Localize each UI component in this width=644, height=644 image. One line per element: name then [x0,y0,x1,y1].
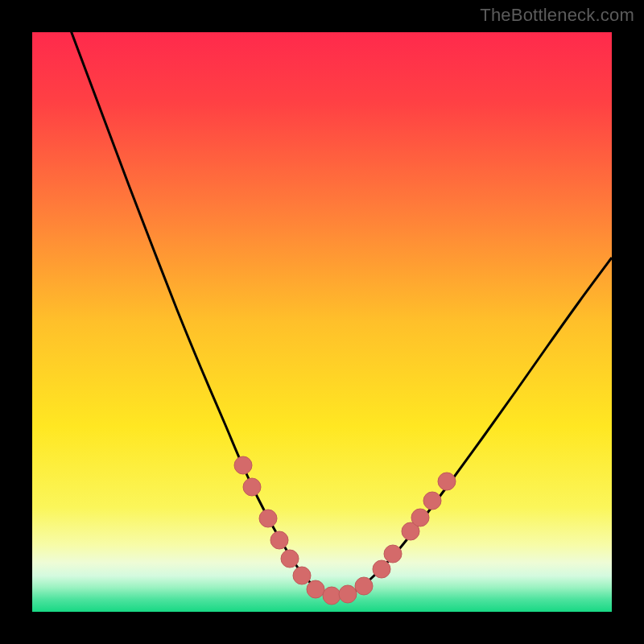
plot-area [32,32,612,612]
marker-point [384,545,402,563]
marker-point [243,478,261,496]
marker-point [281,550,299,568]
highlight-markers [234,456,456,605]
marker-point [293,567,311,584]
chart-frame: TheBottleneck.com [0,0,644,644]
marker-point [438,473,456,490]
marker-point [259,510,277,527]
marker-point [307,580,324,598]
marker-point [355,577,373,595]
marker-point [323,587,341,605]
marker-point [423,492,441,510]
marker-point [270,531,288,549]
curve-layer [32,32,612,612]
marker-point [234,456,252,474]
marker-point [411,509,429,526]
watermark-text: TheBottleneck.com [480,5,634,26]
marker-point [373,560,390,578]
bottleneck-curve [56,32,612,596]
marker-point [339,585,357,603]
